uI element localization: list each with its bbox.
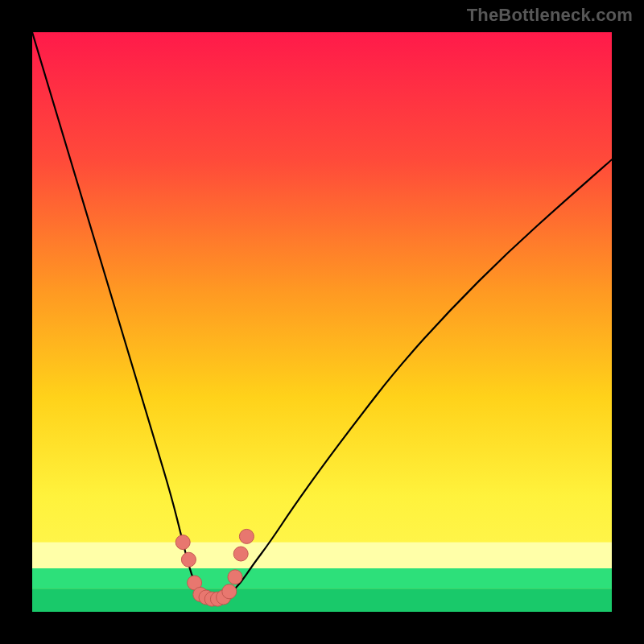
green-band (32, 568, 612, 588)
bottom-bands (32, 543, 612, 612)
valley-marker (239, 529, 254, 543)
valley-marker (233, 547, 248, 561)
valley-marker (228, 570, 242, 584)
valley-marker (181, 552, 196, 567)
valley-marker (175, 535, 190, 550)
plot-area (32, 32, 612, 612)
chart-svg (32, 32, 612, 612)
valley-marker (222, 584, 237, 599)
green-band-deep (32, 588, 612, 612)
pale-yellow-band (32, 543, 612, 568)
watermark-text: TheBottleneck.com (467, 5, 633, 26)
chart-frame: TheBottleneck.com (0, 0, 644, 644)
